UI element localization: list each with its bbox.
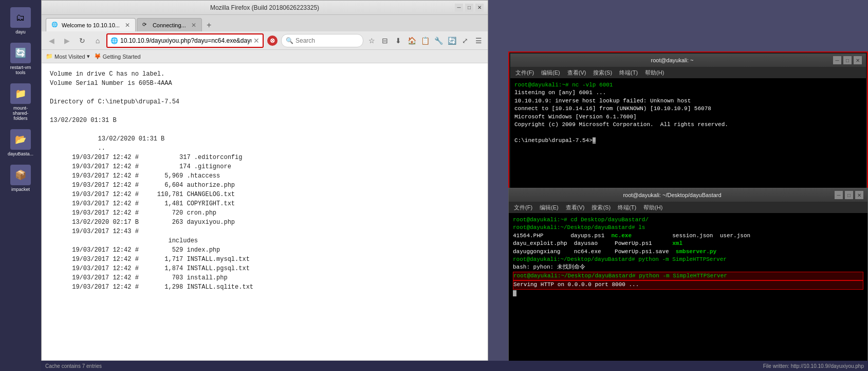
- terminal1-maximize-button[interactable]: □: [843, 56, 852, 64]
- impacket-icon: 📦: [10, 165, 31, 185]
- terminal2-menu-edit[interactable]: 编辑(E): [537, 203, 562, 213]
- terminal2-titlebar: root@dayukali: ~/Desktop/dayuBastard ─ □…: [509, 188, 867, 202]
- firefox-title: Mozilla Firefox (Build 20180626223325): [210, 4, 319, 11]
- firefox-content: Volume in drive C has no label. Volume S…: [42, 63, 488, 360]
- terminal1-menu-search[interactable]: 搜索(S): [590, 68, 615, 78]
- tab-favicon-welcome: 🌐: [51, 22, 59, 29]
- address-bar[interactable]: [120, 37, 251, 44]
- content-line-12: 19/03/2017 12:42 # 1,481 COPYRIGHT.txt: [50, 199, 479, 208]
- terminal2-maximize-button[interactable]: □: [845, 191, 853, 199]
- blocked-content-icon: ⊗: [267, 36, 278, 46]
- desktop: 🗂 dayu 🔄 restart-vmtools 📁 mount-shared-…: [0, 0, 868, 371]
- content-line-20: 19/03/2017 12:42 # 703 install.php: [50, 273, 479, 282]
- terminal2-menu-view[interactable]: 查看(V): [563, 203, 588, 213]
- site-info-icon: 🌐: [110, 37, 118, 44]
- menu-button[interactable]: ☰: [472, 34, 485, 47]
- sidebar-icon-mount-shared-folders[interactable]: 📁 mount-shared-folders: [5, 81, 36, 123]
- home-nav-button[interactable]: 🏠: [405, 34, 418, 47]
- firefox-window-controls: ─ □ ✕: [455, 4, 484, 12]
- terminal1-menu-file[interactable]: 文件(F): [512, 68, 537, 78]
- nav-bar: ◀ ▶ ↻ ⌂ 🌐 ✕ ⊗ 🔍 ☆ ⊟ ⬇ 🏠 📋 🔧 🔄: [42, 31, 488, 50]
- content-line-7: 19/03/2017 12:42 # 317 .editorconfig: [50, 153, 479, 162]
- firefox-close-button[interactable]: ✕: [475, 4, 484, 12]
- content-line-9: 19/03/2017 12:42 # 5,969 .htaccess: [50, 171, 479, 181]
- content-line-19: 19/03/2017 12:42 # 1,874 INSTALL.pgsql.t…: [50, 264, 479, 273]
- sidebar-icon-dayubastard[interactable]: 📂 dayuBasta...: [5, 127, 36, 158]
- tab-favicon-connecting: ⟳: [142, 22, 150, 29]
- pocket-button[interactable]: 📋: [419, 34, 431, 47]
- content-line-6: ..: [50, 144, 479, 153]
- new-tab-button[interactable]: +: [203, 19, 215, 31]
- home-button[interactable]: ⌂: [91, 34, 104, 47]
- bookmark-most-visited[interactable]: 📁 Most Visited ▾: [46, 53, 90, 60]
- tab-label-connecting: Connecting...: [153, 22, 186, 28]
- back-button[interactable]: ◀: [45, 34, 58, 47]
- terminal2-content: root@dayukali:~# cd Desktop/dayuBastard/…: [509, 213, 867, 367]
- firefox-minimize-button[interactable]: ─: [455, 4, 463, 12]
- sidebar-icon-restart-vm-tools[interactable]: 🔄 restart-vmtools: [5, 41, 36, 77]
- content-line-11: 19/03/2017 12:42 # 110,781 CHANGELOG.txt: [50, 190, 479, 199]
- zoom-button[interactable]: ⤢: [459, 34, 471, 47]
- terminal2-title: root@dayukali: ~/Desktop/dayuBastard: [513, 192, 832, 198]
- bookmark-arrow-icon: ▾: [87, 53, 90, 60]
- terminal2-menu-search[interactable]: 搜索(S): [588, 203, 614, 213]
- terminal1-minimize-button[interactable]: ─: [833, 56, 841, 64]
- reload-button[interactable]: ↻: [76, 34, 89, 47]
- os-status-right: File written: http://10.10.10.9//dayuxiy…: [763, 363, 864, 369]
- nav-icons: ☆ ⊟ ⬇ 🏠 📋 🔧 🔄 ⤢ ☰: [365, 34, 485, 47]
- terminal1-line-8: C:\inetpub\drupal-7.54>_: [514, 137, 862, 145]
- terminal2-close-button[interactable]: ✕: [855, 191, 863, 199]
- tab-close-connecting[interactable]: ✕: [191, 22, 196, 29]
- download-button[interactable]: ⬇: [392, 34, 404, 47]
- firefox-maximize-button[interactable]: □: [465, 4, 473, 12]
- terminal1-line-7: [514, 129, 862, 136]
- terminal1-menu-help[interactable]: 帮助(H): [642, 68, 667, 78]
- tab-close-welcome[interactable]: ✕: [125, 22, 130, 29]
- address-bar-clear[interactable]: ✕: [253, 37, 260, 45]
- sidebar-icon-impacket[interactable]: 📦 impacket: [5, 163, 36, 194]
- terminal2-menubar: 文件(F) 编辑(E) 查看(V) 搜索(S) 终端(T) 帮助(H): [509, 202, 867, 213]
- restart-vm-icon: 🔄: [10, 43, 31, 63]
- terminal1-content: root@dayukali:~# nc -vlp 6001 listening …: [510, 78, 866, 193]
- terminal1-line-4: connect to [10.10.14.16] from (UNKNOWN) …: [514, 105, 862, 113]
- search-wrapper: 🔍: [281, 34, 363, 47]
- terminal1-menu-terminal[interactable]: 终端(T): [616, 68, 641, 78]
- addon-button[interactable]: 🔧: [432, 34, 445, 47]
- terminal1-menubar: 文件(F) 编辑(E) 查看(V) 搜索(S) 终端(T) 帮助(H): [510, 67, 866, 78]
- terminal2-line-8: root@dayukali:~/Desktop/dayuBastard# pyt…: [513, 272, 863, 280]
- mount-folders-icon: 📁: [10, 83, 31, 104]
- bookmark-folder-icon: 📁: [46, 53, 53, 60]
- bookmark-star-button[interactable]: ☆: [365, 34, 378, 47]
- terminal2-menu-help[interactable]: 帮助(H): [640, 203, 666, 213]
- terminal1-line-3: 10.10.10.9: inverse host lookup failed: …: [514, 97, 862, 105]
- sync-button[interactable]: 🔄: [446, 34, 458, 47]
- terminal1-window: root@dayukali: ~ ─ □ ✕ 文件(F) 编辑(E) 查看(V)…: [508, 51, 868, 196]
- terminal2-menu-file[interactable]: 文件(F): [511, 203, 535, 213]
- firefox-titlebar: Mozilla Firefox (Build 20180626223325) ─…: [42, 1, 488, 15]
- content-line-1: Volume in drive C has no label.: [50, 69, 479, 79]
- content-line-4: 13/02/2020 01:31 B: [50, 116, 479, 125]
- content-line-15: 19/03/2017 12:43 #: [50, 227, 479, 236]
- terminal2-window: root@dayukali: ~/Desktop/dayuBastard ─ □…: [508, 188, 868, 368]
- sidebar-icon-dayu[interactable]: 🗂 dayu: [5, 5, 36, 37]
- search-input[interactable]: [296, 37, 347, 44]
- bookmark-getting-started[interactable]: 🦊 Getting Started: [94, 53, 141, 60]
- content-line-17: 19/03/2017 12:42 # 529 index.php: [50, 245, 479, 255]
- terminal1-line-1: root@dayukali:~# nc -vlp 6001: [514, 81, 862, 89]
- terminal1-close-button[interactable]: ✕: [854, 56, 862, 64]
- terminal1-menu-view[interactable]: 查看(V): [564, 68, 589, 78]
- tab-welcome[interactable]: 🌐 Welcome to 10.10.10... ✕: [46, 18, 136, 31]
- terminal1-menu-edit[interactable]: 编辑(E): [538, 68, 563, 78]
- forward-button[interactable]: ▶: [60, 34, 73, 47]
- bookmark-list-button[interactable]: ⊟: [379, 34, 391, 47]
- terminal1-controls: ─ □ ✕: [833, 56, 862, 64]
- terminal2-menu-terminal[interactable]: 终端(T): [615, 203, 639, 213]
- tab-connecting[interactable]: ⟳ Connecting... ✕: [137, 18, 202, 31]
- terminal1-title: root@dayukali: ~: [514, 57, 830, 63]
- terminal2-minimize-button[interactable]: ─: [835, 191, 843, 199]
- terminal2-line-10: [513, 290, 863, 297]
- content-line-18: 19/03/2017 12:42 # 1,717 INSTALL.mysql.t…: [50, 255, 479, 264]
- tab-label-welcome: Welcome to 10.10.10...: [62, 22, 120, 28]
- terminal2-line-3: 41564.PHP dayups.ps1 nc.exe session.json…: [513, 232, 863, 240]
- os-statusbar: Cache contains 7 entries File written: h…: [41, 361, 868, 371]
